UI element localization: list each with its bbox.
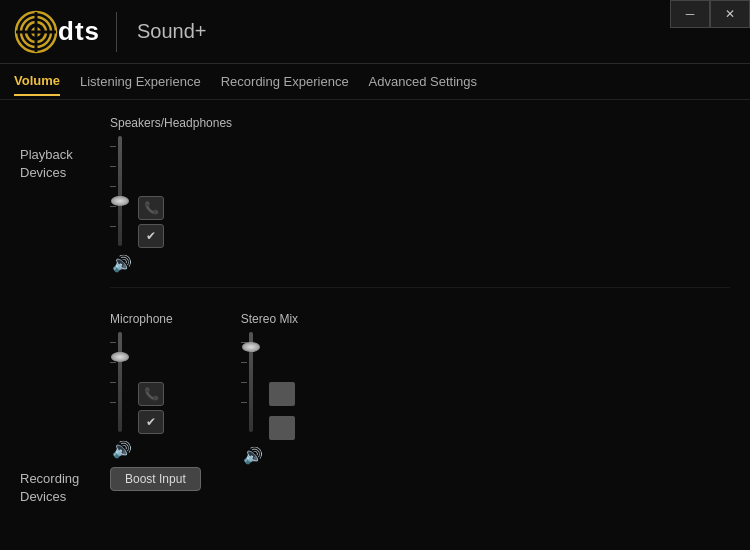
playback-phone-button[interactable]: 📞 <box>138 196 164 220</box>
stereo-volume-icon: 🔊 <box>243 446 263 465</box>
section-divider <box>110 287 730 288</box>
stereo-volume-row: 🔊 <box>241 446 263 465</box>
mic-slider-track[interactable] <box>118 332 122 432</box>
mic-volume-row: 🔊 <box>110 440 132 459</box>
stereo-slider-thumb[interactable] <box>242 342 260 352</box>
header: dts Sound+ <box>0 0 750 64</box>
playback-volume-row: 🔊 <box>110 254 132 273</box>
microphone-slider-group: 📞 ✔ <box>110 332 164 434</box>
playback-check-button[interactable]: ✔ <box>138 224 164 248</box>
mic-check-icon: ✔ <box>146 415 156 429</box>
dts-logo-icon <box>14 10 58 54</box>
stereo-slider-track[interactable] <box>249 332 253 432</box>
stereo-mix-group: Stereo Mix <box>241 312 298 465</box>
mic-check-button[interactable]: ✔ <box>138 410 164 434</box>
recording-section: Microphone 📞 <box>110 312 730 491</box>
stereo-mix-label: Stereo Mix <box>241 312 298 326</box>
section-labels: PlaybackDevices RecordingDevices <box>20 116 110 506</box>
check-icon: ✔ <box>146 229 156 243</box>
playback-slider-track[interactable] <box>118 136 122 246</box>
titlebar: ─ ✕ <box>670 0 750 28</box>
mic-icon-buttons: 📞 ✔ <box>138 382 164 434</box>
phone-icon: 📞 <box>144 201 159 215</box>
close-button[interactable]: ✕ <box>710 0 750 28</box>
recording-devices-label: RecordingDevices <box>20 470 100 506</box>
mic-phone-icon: 📞 <box>144 387 159 401</box>
tab-listening[interactable]: Listening Experience <box>80 68 201 95</box>
playback-devices-label: PlaybackDevices <box>20 146 100 182</box>
logo-area: dts Sound+ <box>14 10 207 54</box>
playback-section: Speakers/Headphones <box>110 116 730 273</box>
mic-phone-button[interactable]: 📞 <box>138 382 164 406</box>
main-content: PlaybackDevices RecordingDevices Speaker… <box>0 100 750 522</box>
content-area: Speakers/Headphones <box>110 116 730 506</box>
tab-recording[interactable]: Recording Experience <box>221 68 349 95</box>
minimize-button[interactable]: ─ <box>670 0 710 28</box>
playback-slider-container <box>110 136 130 246</box>
tab-advanced[interactable]: Advanced Settings <box>369 68 477 95</box>
stereo-square-1[interactable] <box>269 382 295 406</box>
brand-text: dts <box>58 16 100 47</box>
speakers-headphones-label: Speakers/Headphones <box>110 116 232 130</box>
mic-slider-thumb[interactable] <box>111 352 129 362</box>
stereo-slider-container <box>241 332 261 432</box>
dts-label: dts <box>58 16 100 46</box>
stereo-square-buttons <box>269 382 295 440</box>
playback-icon-buttons: 📞 ✔ <box>138 196 164 248</box>
playback-slider-thumb[interactable] <box>111 196 129 206</box>
soundplus-label: Sound+ <box>137 20 207 43</box>
mic-volume-icon: 🔊 <box>112 440 132 459</box>
microphone-label: Microphone <box>110 312 173 326</box>
tab-volume[interactable]: Volume <box>14 67 60 96</box>
playback-slider-group: 📞 ✔ <box>110 136 164 248</box>
stereo-square-2[interactable] <box>269 416 295 440</box>
stereo-mix-slider-group <box>241 332 295 440</box>
mic-slider-container <box>110 332 130 432</box>
nav-tabs: Volume Listening Experience Recording Ex… <box>0 64 750 100</box>
playback-volume-icon: 🔊 <box>112 254 132 273</box>
header-divider <box>116 12 117 52</box>
microphone-group: Microphone 📞 <box>110 312 201 491</box>
boost-input-button[interactable]: Boost Input <box>110 467 201 491</box>
